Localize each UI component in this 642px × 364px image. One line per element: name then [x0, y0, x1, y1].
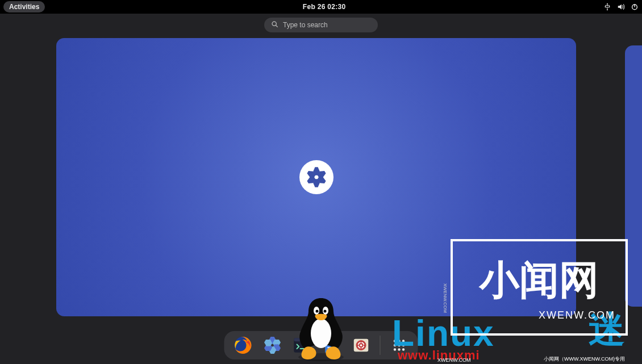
help-icon[interactable]	[351, 334, 372, 356]
watermark-mi-text: 迷	[589, 305, 625, 354]
dock-separator	[380, 336, 381, 355]
watermark-footer-right: 小闻网（WWW.XWENW.COM)专用	[544, 355, 625, 363]
svg-point-20	[398, 344, 400, 346]
power-icon[interactable]	[631, 3, 639, 11]
volume-icon[interactable]	[617, 3, 625, 11]
terminal-icon[interactable]	[291, 334, 313, 356]
firefox-icon[interactable]	[232, 334, 254, 356]
svg-point-19	[394, 344, 396, 346]
activities-label: Activities	[9, 3, 39, 11]
svg-rect-12	[327, 347, 336, 348]
workspace-thumbnail-1[interactable]	[56, 38, 576, 316]
workspace-thumbnail-2[interactable]	[625, 45, 642, 307]
search-pill[interactable]	[264, 18, 378, 32]
svg-point-5	[272, 22, 276, 26]
search-icon	[271, 20, 278, 30]
activities-button[interactable]: Activities	[3, 1, 45, 12]
svg-rect-11	[327, 344, 336, 345]
system-status-area[interactable]	[603, 3, 639, 11]
svg-rect-8	[294, 338, 310, 341]
files-icon[interactable]	[321, 334, 343, 356]
svg-rect-3	[607, 9, 608, 10]
svg-point-15	[360, 344, 363, 347]
watermark-footer-left: XWENW.COM	[437, 357, 471, 363]
dash-dock	[224, 331, 418, 359]
svg-point-21	[402, 344, 405, 346]
svg-rect-0	[607, 3, 608, 5]
search-bar	[264, 18, 378, 32]
svg-point-18	[402, 340, 405, 342]
search-input[interactable]	[283, 21, 371, 29]
svg-point-17	[398, 340, 400, 342]
svg-point-23	[398, 348, 400, 350]
svg-point-16	[394, 340, 396, 342]
nixos-icon[interactable]	[262, 334, 284, 356]
clock-label[interactable]: Feb 26 02:30	[303, 3, 346, 11]
network-icon[interactable]	[603, 3, 611, 11]
svg-point-24	[402, 348, 405, 350]
nixos-logo-icon	[299, 160, 333, 194]
svg-point-22	[394, 348, 396, 350]
show-apps-button[interactable]	[389, 334, 410, 356]
top-panel: Activities Feb 26 02:30	[0, 0, 642, 14]
svg-rect-10	[327, 341, 336, 342]
